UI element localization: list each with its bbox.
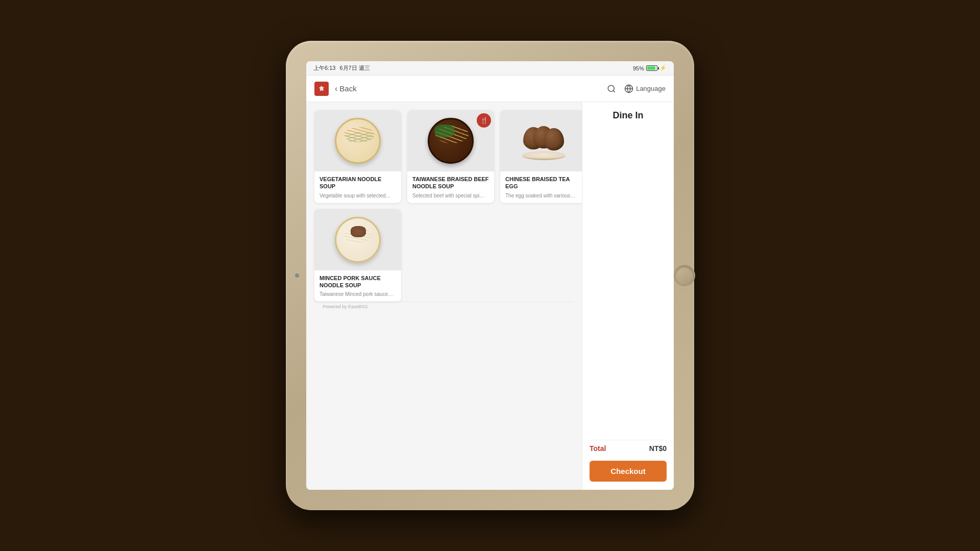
menu-card-desc-tea-egg: The egg soaked with various…	[505, 192, 582, 199]
order-spacer	[590, 127, 667, 440]
battery-bar	[646, 65, 657, 71]
status-time: 上午6:13	[313, 64, 335, 72]
menu-grid: VEGETARIAN NOODLE SOUP Vegetable soup wi…	[314, 110, 574, 302]
total-row: Total NT$0	[590, 440, 667, 457]
left-sensor	[295, 273, 299, 278]
checkout-button[interactable]: Checkout	[590, 461, 667, 482]
menu-area: VEGETARIAN NOODLE SOUP Vegetable soup wi…	[306, 102, 582, 490]
menu-card-desc-pork-noodle: Taiwanese Minced pork sauce…	[320, 291, 396, 297]
status-bar: 上午6:13 6月7日 週三 95% ⚡	[306, 61, 674, 76]
app-logo: 食	[314, 82, 329, 96]
menu-card-image-veg-noodle	[314, 110, 401, 171]
menu-card-info-pork-noodle: Minced pork sauce noodle soup Taiwanese …	[314, 270, 401, 302]
egg-plate	[522, 151, 566, 160]
order-area: Dine In Total NT$0 Checkout	[582, 102, 674, 490]
status-left: 上午6:13 6月7日 週三	[313, 64, 370, 72]
home-button[interactable]	[674, 265, 695, 286]
food-illustration-veg-noodle	[335, 118, 381, 164]
menu-card-image-tea-egg	[500, 110, 582, 171]
header-icons: Language	[607, 84, 666, 93]
menu-card-pork-noodle[interactable]: Minced pork sauce noodle soup Taiwanese …	[314, 209, 401, 302]
back-label: Back	[339, 84, 356, 93]
menu-card-image-pork-noodle	[314, 209, 401, 270]
search-icon	[607, 84, 616, 93]
menu-card-tea-egg[interactable]: CHINESE BRAISED TEA EGG The egg soaked w…	[500, 110, 582, 203]
menu-card-image-beef-noodle: 🍴	[407, 110, 494, 171]
egg-3	[544, 128, 564, 151]
battery-fill	[647, 66, 655, 70]
globe-icon	[624, 84, 633, 93]
menu-card-desc-veg-noodle: Vegetable soup with selected…	[320, 192, 396, 199]
menu-card-desc-beef-noodle: Selected beef with special spi…	[412, 192, 489, 199]
chef-badge-beef-noodle: 🍴	[477, 113, 491, 128]
total-amount: NT$0	[649, 444, 667, 453]
food-illustration-beef-noodle	[428, 118, 474, 164]
charging-icon: ⚡	[659, 65, 667, 71]
status-right: 95% ⚡	[633, 65, 667, 71]
menu-card-title-veg-noodle: VEGETARIAN NOODLE SOUP	[320, 176, 396, 190]
svg-point-0	[608, 85, 614, 91]
dine-in-label: Dine In	[590, 110, 667, 121]
food-illustration-pork-noodle	[335, 217, 381, 263]
tablet-screen: 上午6:13 6月7日 週三 95% ⚡ 食 ‹ Back	[306, 61, 674, 490]
menu-card-title-tea-egg: CHINESE BRAISED TEA EGG	[505, 176, 582, 190]
menu-card-title-pork-noodle: Minced pork sauce noodle soup	[320, 274, 396, 289]
powered-by-text: Powered by EaseBSS	[323, 304, 368, 309]
menu-card-info-beef-noodle: TAIWANESE BRAISED BEEF NOODLE SOUP Selec…	[407, 171, 494, 203]
footer: Powered by EaseBSS	[314, 302, 574, 311]
language-button[interactable]: Language	[624, 84, 666, 93]
back-chevron-icon: ‹	[335, 84, 337, 93]
app-header: 食 ‹ Back Language	[306, 76, 674, 102]
menu-card-veg-noodle[interactable]: VEGETARIAN NOODLE SOUP Vegetable soup wi…	[314, 110, 401, 203]
total-label: Total	[590, 444, 606, 453]
search-button[interactable]	[607, 84, 616, 93]
menu-card-info-tea-egg: CHINESE BRAISED TEA EGG The egg soaked w…	[500, 171, 582, 203]
back-button[interactable]: ‹ Back	[335, 84, 357, 93]
main-content: VEGETARIAN NOODLE SOUP Vegetable soup wi…	[306, 102, 674, 490]
menu-card-title-beef-noodle: TAIWANESE BRAISED BEEF NOODLE SOUP	[412, 176, 489, 190]
language-label: Language	[636, 85, 666, 92]
battery-indicator	[646, 65, 657, 71]
menu-card-beef-noodle[interactable]: 🍴 TAIWANESE BRAISED BEEF NOODLE SOUP Sel…	[407, 110, 494, 203]
menu-card-info-veg-noodle: VEGETARIAN NOODLE SOUP Vegetable soup wi…	[314, 171, 401, 203]
battery-percent: 95%	[633, 65, 644, 71]
tablet-device: 上午6:13 6月7日 週三 95% ⚡ 食 ‹ Back	[286, 41, 694, 510]
food-illustration-tea-egg	[521, 122, 567, 160]
status-date: 6月7日 週三	[339, 64, 370, 72]
